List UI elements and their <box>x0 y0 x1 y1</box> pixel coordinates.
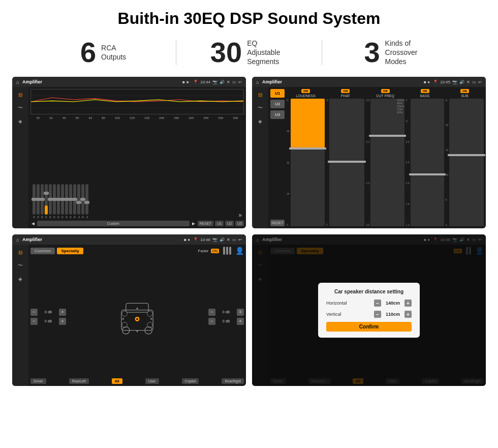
horizontal-minus[interactable]: − <box>374 300 381 307</box>
minus-bl[interactable]: − <box>30 318 38 325</box>
left-sidebar-2: ⊟ 〜 ◈ <box>252 87 268 228</box>
eq-slider-7[interactable]: 0 <box>61 184 64 219</box>
fader-bar-2[interactable] <box>226 247 228 255</box>
preset-col: U1 U2 U3 RESET <box>270 89 285 226</box>
svg-text:▲: ▲ <box>135 306 139 310</box>
u2-btn-1[interactable]: U2 <box>225 221 234 226</box>
eq-slider-11[interactable]: -1 <box>77 184 80 219</box>
svg-point-9 <box>122 311 128 316</box>
eq-slider-5[interactable]: 0 <box>53 184 56 219</box>
close-icon-3: ✕ <box>227 237 230 242</box>
speaker-icon-1[interactable]: ◈ <box>15 116 26 126</box>
more-icon[interactable]: » <box>238 212 242 219</box>
user-btn-3[interactable]: User <box>145 378 159 384</box>
tab-specialty-3[interactable]: Specialty <box>57 248 83 254</box>
copilot-btn-3[interactable]: Copilot <box>182 378 199 384</box>
home-icon-1[interactable]: ⌂ <box>16 79 19 85</box>
eq-slider-6[interactable]: 0 <box>57 184 60 219</box>
rearright-btn-3[interactable]: RearRight <box>222 378 244 384</box>
on-cutfreq[interactable]: ON <box>381 89 390 93</box>
back-icon-3[interactable]: ↩ <box>238 237 242 242</box>
volume-icon-3: 🔊 <box>220 237 225 242</box>
custom-btn[interactable]: Custom <box>37 221 190 226</box>
minimize-icon-1: ▭ <box>232 80 236 84</box>
eq-icon-1[interactable]: ⊟ <box>15 90 26 99</box>
plus-tl[interactable]: + <box>59 309 66 316</box>
preset-u1[interactable]: U1 <box>270 89 285 98</box>
minimize-icon-2: ▭ <box>472 80 476 84</box>
eq-slider-3[interactable]: 5 <box>45 184 48 219</box>
close-icon-1: ✕ <box>227 80 230 84</box>
eq-slider-2[interactable]: 0 <box>41 184 44 219</box>
reset-btn-2[interactable]: RESET <box>270 220 285 226</box>
preset-u3[interactable]: U3 <box>270 110 285 119</box>
plus-br[interactable]: + <box>237 318 244 325</box>
u1-btn-1[interactable]: U1 <box>215 221 224 226</box>
next-arrow[interactable]: ► <box>191 221 196 226</box>
on-loudness[interactable]: ON <box>301 89 310 93</box>
eq-slider-4[interactable]: 0 <box>49 184 52 219</box>
on-bass[interactable]: ON <box>421 89 429 93</box>
speaker-controls: − 0 dB + − 0 dB + <box>30 257 244 376</box>
minus-tl[interactable]: − <box>30 309 38 316</box>
home-icon-3[interactable]: ⌂ <box>16 237 19 243</box>
minus-br[interactable]: − <box>208 318 215 325</box>
wave-icon-3[interactable]: 〜 <box>15 261 26 270</box>
fader-on-badge[interactable]: ON <box>211 249 220 253</box>
car-svg: ▲ ▼ ◄ ► <box>114 296 160 337</box>
vol-control-tr: − 0 dB + <box>208 309 244 316</box>
all-btn-3[interactable]: All <box>112 378 122 384</box>
speaker-icon-2[interactable]: ◈ <box>255 116 266 126</box>
preset-u2[interactable]: U2 <box>270 100 285 108</box>
vertical-plus[interactable]: + <box>404 311 412 318</box>
on-phat[interactable]: ON <box>341 89 350 93</box>
vertical-minus[interactable]: − <box>374 311 381 318</box>
camera-icon-1: 📷 <box>212 80 217 84</box>
horizontal-plus[interactable]: + <box>404 300 412 307</box>
tab-common-3[interactable]: Common <box>30 248 55 254</box>
eq-slider-0[interactable]: 0 <box>33 184 36 219</box>
car-diagram: ▲ ▼ ◄ ► <box>70 296 204 337</box>
svg-point-10 <box>147 311 153 316</box>
confirm-button[interactable]: Confirm <box>326 322 412 332</box>
play-indicator-1: ■ ► <box>182 80 190 84</box>
minus-tr[interactable]: − <box>208 309 215 316</box>
app-title-1: Amplifier <box>22 79 179 84</box>
fader-bar-1[interactable] <box>223 247 225 255</box>
back-icon-2[interactable]: ↩ <box>478 80 482 84</box>
eq-slider-9[interactable]: 0 <box>69 184 72 219</box>
plus-tr[interactable]: + <box>237 309 244 316</box>
home-icon-2[interactable]: ⌂ <box>256 79 259 85</box>
wave-icon-2[interactable]: 〜 <box>255 103 266 112</box>
back-icon-1[interactable]: ↩ <box>238 80 242 84</box>
time-1: 10:44 <box>200 80 210 84</box>
rearleft-btn-3[interactable]: RearLeft <box>69 378 89 384</box>
location-icon-3: 📍 <box>193 237 198 242</box>
time-3: 10:46 <box>200 237 210 242</box>
stat-rca: 6 RCAOutputs <box>30 38 176 67</box>
eq-freq-labels: 25 32 40 50 63 80 100 125 160 200 250 32… <box>30 116 244 120</box>
speaker-icon-3[interactable]: ◈ <box>15 274 26 283</box>
status-bar-2: ⌂ Amplifier ■ ● 📍 10:45 📷 🔊 ✕ ▭ ↩ <box>252 77 486 87</box>
screen3-content: ⊟ 〜 ◈ Common Specialty Fader ON 👤 <box>12 245 246 386</box>
prev-arrow[interactable]: ◄ <box>30 221 36 226</box>
vol-val-tr: 0 dB <box>217 310 235 314</box>
reset-btn-1[interactable]: RESET <box>198 221 213 226</box>
u3-btn-1[interactable]: U3 <box>235 221 244 226</box>
channel-sub: ON SUB G20151050 <box>446 89 484 226</box>
eq-icon-3[interactable]: ⊟ <box>15 248 26 257</box>
eq-slider-13[interactable]: -1 <box>85 184 88 219</box>
fader-bar-3[interactable] <box>229 247 231 255</box>
plus-bl[interactable]: + <box>59 318 66 325</box>
screen1-content: ⊟ 〜 ◈ 2 <box>12 87 246 228</box>
eq-slider-8[interactable]: 0 <box>65 184 68 219</box>
stat-crossover: 3 Kinds ofCrossover Modes <box>322 38 468 67</box>
dialog-overlay: Car speaker distance setting Horizontal … <box>252 234 486 386</box>
wave-icon-1[interactable]: 〜 <box>15 103 26 112</box>
person-icon-3[interactable]: 👤 <box>235 247 244 255</box>
on-sub[interactable]: ON <box>460 89 469 93</box>
eq-icon-2[interactable]: ⊟ <box>255 90 266 99</box>
stat-label-rca: RCAOutputs <box>101 43 126 62</box>
driver-btn-3[interactable]: Driver <box>30 378 46 384</box>
eq-slider-1[interactable]: 0 <box>37 184 40 219</box>
